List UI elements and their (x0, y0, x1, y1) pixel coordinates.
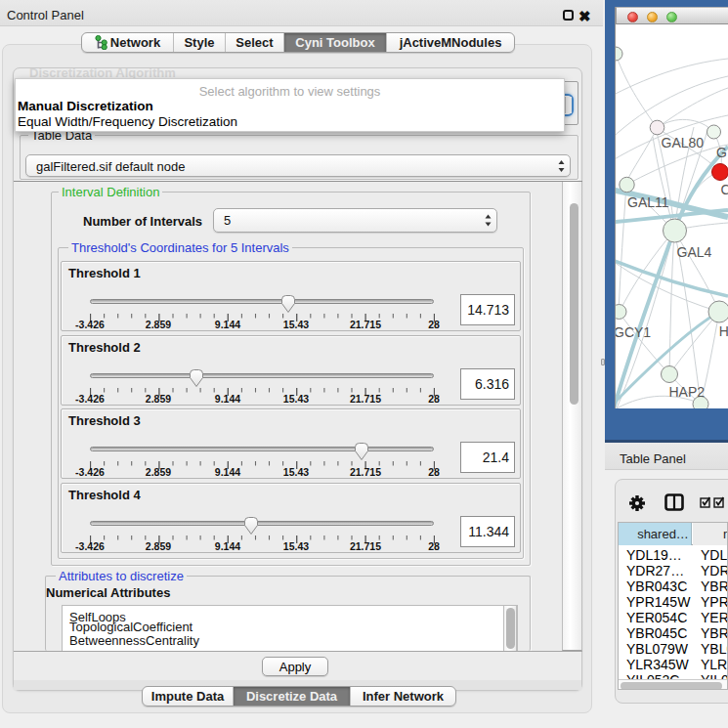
svg-text:GAL11: GAL11 (627, 194, 669, 210)
svg-text:G…: G… (716, 145, 728, 160)
svg-text:GAL4: GAL4 (677, 244, 712, 260)
svg-text:H: H (719, 323, 728, 339)
svg-text:GCY1: GCY1 (616, 324, 651, 340)
svg-text:HAP2: HAP2 (669, 384, 706, 400)
svg-text:GAL80: GAL80 (662, 135, 705, 150)
svg-text:C…: C… (721, 182, 728, 197)
